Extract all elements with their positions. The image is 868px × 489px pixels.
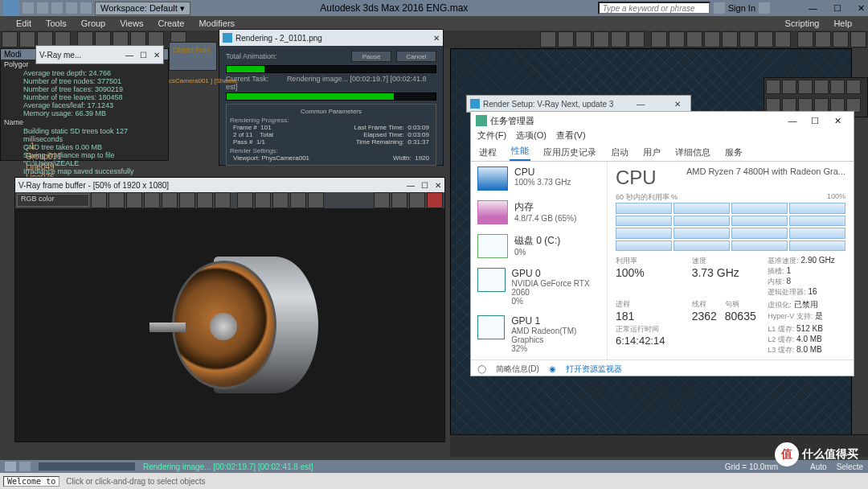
maximize-icon[interactable]: ☐ [421,181,428,190]
undo-icon[interactable] [51,2,63,14]
close-icon[interactable]: ✕ [858,3,865,14]
tree-item[interactable]: Line049 [11,162,172,172]
minimize-icon[interactable]: — [781,116,804,126]
close-icon[interactable]: ✕ [826,116,849,126]
sidebar-memory[interactable]: 内存4.8/7.4 GB (65%) [471,195,607,229]
vfb-tool[interactable] [91,192,107,208]
tool-btn[interactable] [775,31,791,47]
tree-item[interactable]: Group011 [11,151,172,162]
vfb-titlebar[interactable]: V-Ray frame buffer - [50% of 1920 x 1080… [15,178,444,192]
sidebar-cpu[interactable]: CPU100% 3.73 GHz [471,162,607,195]
maximize-icon[interactable]: ☐ [804,116,826,126]
redo-icon[interactable] [66,2,77,14]
tool-btn[interactable] [2,31,18,47]
vfb-tool[interactable] [162,192,178,208]
tab-users[interactable]: 用户 [641,146,662,161]
workspace-selector[interactable]: Workspace: Default ▾ [95,2,190,15]
cmd-btn[interactable] [830,80,845,94]
vfb-tool[interactable] [108,192,125,208]
vfb-tool[interactable] [237,192,253,208]
menu-tools[interactable]: Tools [46,18,67,28]
vfb-tool[interactable] [126,192,142,208]
save-icon[interactable] [37,2,48,14]
footer-detail-toggle[interactable]: 简略信息(D) [496,364,539,375]
tool-btn[interactable] [850,31,866,47]
tool-btn[interactable] [669,31,685,47]
tool-btn[interactable] [757,31,773,47]
tool-btn[interactable] [540,31,556,47]
render-setup-window[interactable]: Render Setup: V-Ray Next, update 3 —✕ [466,95,691,113]
vfb-tool[interactable] [255,192,271,208]
tool-btn[interactable] [628,31,645,47]
open-resmon-link[interactable]: 打开资源监视器 [566,364,622,375]
tool-btn[interactable] [815,31,831,47]
search-input[interactable] [598,2,710,14]
tool-btn[interactable] [722,31,738,47]
pause-button[interactable]: Pause [351,51,391,62]
minimize-icon[interactable]: — [407,181,415,190]
vfb-tool[interactable] [197,192,213,208]
tool-btn[interactable] [739,31,755,47]
menu-group[interactable]: Group [81,18,106,28]
link-icon[interactable] [80,2,92,14]
vfb-tool[interactable] [215,192,231,208]
open-icon[interactable] [23,2,34,14]
vfb-stop-icon[interactable] [427,192,443,208]
rendering-titlebar[interactable]: Rendering - 2_0101.png ✕ [219,30,443,46]
tool-btn[interactable] [593,31,609,47]
vfb-tool[interactable] [290,192,306,208]
vfb-tool[interactable] [391,192,407,208]
vfb-tool[interactable] [272,192,289,208]
tab-details[interactable]: 详细信息 [674,146,712,161]
render-canvas[interactable] [15,208,444,442]
tab-performance[interactable]: 性能 [510,145,530,161]
vfb-tool[interactable] [374,192,390,208]
tool-btn[interactable] [797,31,813,47]
cmd-btn[interactable] [798,80,813,94]
sidebar-gpu0[interactable]: GPU 0NVIDIA GeForce RTX 20600% [471,263,607,310]
tab-processes[interactable]: 进程 [477,146,498,161]
maximize-icon[interactable]: ☐ [140,51,147,60]
tm-titlebar[interactable]: 任务管理器 —☐✕ [471,112,854,129]
vfb-tool[interactable] [409,192,425,208]
tool-btn[interactable] [558,31,574,47]
tool-btn[interactable] [833,31,849,47]
minimize-icon[interactable]: — [631,100,650,109]
maxscript-input[interactable]: Welcome to [3,476,59,487]
menu-views[interactable]: Views [120,18,143,28]
minimize-icon[interactable]: — [809,3,817,13]
cmd-btn[interactable] [766,80,780,94]
tool-btn[interactable] [19,31,35,47]
tool-btn[interactable] [611,31,627,47]
menu-modifiers[interactable]: Modifiers [199,18,235,28]
minimize-icon[interactable]: — [125,51,133,60]
close-icon[interactable]: ✕ [433,34,440,43]
collapse-icon[interactable]: ◯ [477,364,486,373]
vfb-tool[interactable] [144,192,160,208]
sidebar-disk[interactable]: 磁盘 0 (C:)0% [471,229,607,263]
vfb-tool[interactable] [308,192,324,208]
tab-services[interactable]: 服务 [723,146,744,161]
menu-view[interactable]: 查看(V) [556,129,586,144]
close-icon[interactable]: ✕ [435,181,441,190]
vray-messages-window[interactable]: V-Ray me... —☐✕ [35,45,164,64]
help-icon[interactable] [759,2,770,14]
menu-help[interactable]: Help [833,18,852,28]
close-icon[interactable]: ✕ [668,100,687,109]
cmd-btn[interactable] [846,80,861,94]
sidebar-gpu1[interactable]: GPU 1AMD Radeon(TM) Graphics32% [471,310,607,358]
tool-btn[interactable] [651,31,667,47]
menu-scripting[interactable]: Scripting [785,18,820,28]
tool-btn[interactable] [686,31,702,47]
tree-item[interactable]: ..1 [11,141,172,151]
track-bar[interactable] [39,462,135,471]
tab-history[interactable]: 应用历史记录 [542,146,598,161]
menu-file[interactable]: 文件(F) [477,129,506,144]
signin-link[interactable]: Sign In [728,3,755,13]
search-icon[interactable] [714,2,725,14]
menu-edit[interactable]: Edit [16,18,31,28]
menu-options[interactable]: 选项(O) [516,129,547,144]
tool-btn[interactable] [704,31,720,47]
cmd-btn[interactable] [814,80,829,94]
close-icon[interactable]: ✕ [154,51,160,60]
